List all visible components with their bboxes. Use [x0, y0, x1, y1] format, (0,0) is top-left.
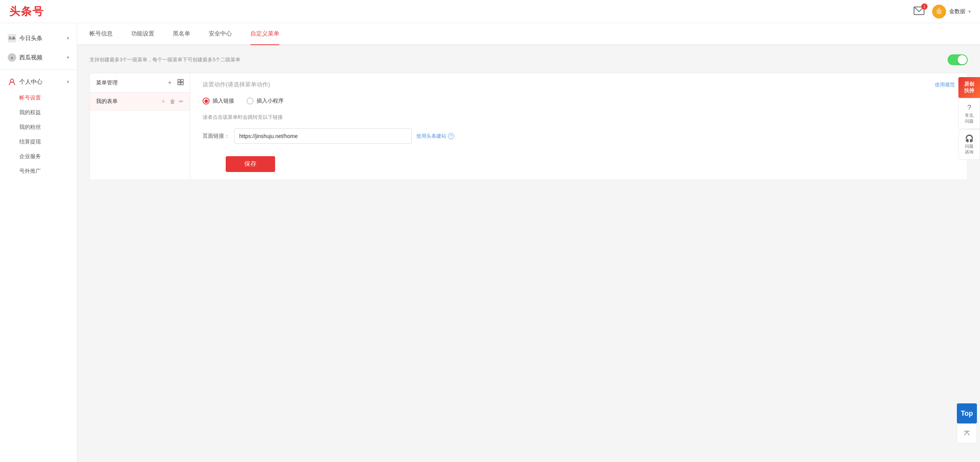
main-content: 帐号信息 功能设置 黑名单 安全中心 自定义菜单 支持创建最多3个一级菜单，每个…: [77, 23, 980, 462]
original-badge[interactable]: 原创 扶持: [958, 77, 980, 98]
chevron-up-icon: [963, 430, 971, 437]
tab-function-settings[interactable]: 功能设置: [131, 23, 154, 45]
url-row: 页面链接： 使用头条建站 ?: [203, 128, 955, 144]
sidebar-item-promote[interactable]: 号外推广: [0, 164, 77, 179]
menu-item-actions: ＋ 🗑 ✏: [161, 98, 184, 105]
content-area: 支持创建最多3个一级菜单，每个一级菜单下可创建最多5个二级菜单 菜单管理 ＋: [77, 45, 980, 189]
svg-point-1: [10, 79, 14, 82]
sidebar-divider: [0, 69, 77, 70]
menu-toggle[interactable]: [948, 54, 968, 65]
faq-icon: ?: [960, 103, 978, 113]
sidebar-item-enterprise[interactable]: 企业服务: [0, 149, 77, 164]
chevron-toutiao-icon: ▾: [67, 35, 69, 41]
sidebar-item-rights[interactable]: 我的权益: [0, 105, 77, 120]
sidebar-item-toutiao[interactable]: 头条 今日头条 ▾: [0, 29, 77, 47]
use-spec-link[interactable]: 使用规范: [935, 81, 955, 88]
top-button[interactable]: Top: [957, 403, 977, 423]
float-panel: 原创 扶持 ? 常见 问题 🎧 问题 咨询: [958, 77, 980, 160]
menu-left-panel: 菜单管理 ＋: [90, 73, 190, 180]
sidebar-item-xigua[interactable]: ● 西瓜视频 ▾: [0, 49, 77, 66]
header: 头条号 1 金 金数据 ▾: [0, 0, 980, 23]
sidebar-group-xigua: ● 西瓜视频 ▾: [0, 49, 77, 66]
chevron-personal-icon: ▾: [67, 79, 69, 84]
radio-circle-miniapp: [247, 98, 253, 105]
chevron-xigua-icon: ▾: [67, 55, 69, 60]
radio-group: 插入链接 插入小程序: [203, 98, 955, 105]
add-menu-icon[interactable]: ＋: [167, 79, 173, 87]
reader-click-desc: 读者点击该菜单时会跳转至以下链接: [203, 114, 955, 121]
url-label: 页面链接：: [203, 133, 230, 140]
radio-link-label: 插入链接: [213, 98, 234, 105]
menu-management-title: 菜单管理: [96, 79, 118, 86]
info-bar: 支持创建最多3个一级菜单，每个一级菜单下可创建最多5个二级菜单: [90, 54, 968, 65]
radio-insert-link[interactable]: 插入链接: [203, 98, 234, 105]
consult-button[interactable]: 🎧 问题 咨询: [958, 130, 980, 160]
tab-custom-menu[interactable]: 自定义菜单: [250, 23, 279, 45]
faq-button[interactable]: ? 常见 问题: [958, 99, 980, 129]
menu-left-header: 菜单管理 ＋: [90, 73, 190, 93]
sidebar-item-withdraw[interactable]: 结算提现: [0, 135, 77, 149]
sidebar-group-toutiao: 头条 今日头条 ▾: [0, 29, 77, 47]
menu-panel: 菜单管理 ＋: [90, 73, 968, 180]
consult-icon: 🎧: [960, 134, 978, 143]
logo: 头条号: [9, 4, 44, 19]
radio-circle-link: [203, 98, 210, 105]
edit-sub-icon[interactable]: ✏: [179, 98, 184, 105]
sidebar-item-personal[interactable]: 个人中心 ▾: [0, 73, 77, 91]
sidebar-personal-label: 个人中心: [19, 78, 42, 86]
grid-menu-icon[interactable]: [177, 79, 184, 87]
sidebar-xigua-label: 西瓜视频: [19, 54, 42, 61]
scroll-top-button[interactable]: [957, 423, 977, 443]
header-right: 1 金 金数据 ▾: [914, 5, 971, 19]
info-text: 支持创建最多3个一级菜单，每个一级菜单下可创建最多5个二级菜单: [90, 56, 240, 63]
use-toutiao-site-link[interactable]: 使用头条建站 ?: [416, 133, 454, 140]
svg-rect-4: [178, 83, 180, 85]
radio-miniapp-label: 插入小程序: [257, 98, 284, 105]
menu-item-my-form[interactable]: 我的表单 ＋ 🗑 ✏: [90, 93, 190, 111]
toggle-track: [948, 54, 968, 65]
chevron-down-icon: ▾: [968, 9, 971, 14]
mail-badge: 1: [921, 3, 928, 10]
avatar: 金: [932, 5, 946, 19]
sidebar-group-personal: 个人中心 ▾ 帐号设置 我的权益 我的粉丝 结算提现 企业服务 号外推广: [0, 73, 77, 179]
layout: 头条 今日头条 ▾ ● 西瓜视频 ▾: [0, 23, 980, 462]
user-menu[interactable]: 金 金数据 ▾: [932, 5, 971, 19]
radio-insert-miniapp[interactable]: 插入小程序: [247, 98, 284, 105]
tabs-nav: 帐号信息 功能设置 黑名单 安全中心 自定义菜单: [77, 23, 980, 45]
toggle-thumb: [958, 55, 967, 64]
delete-sub-icon[interactable]: 🗑: [170, 98, 175, 105]
sidebar-toutiao-label: 今日头条: [19, 35, 42, 42]
menu-left-actions: ＋: [167, 79, 184, 87]
add-sub-icon[interactable]: ＋: [161, 98, 166, 105]
sidebar-item-account-settings[interactable]: 帐号设置: [0, 91, 77, 105]
toutiao-icon: 头条: [8, 34, 16, 42]
sidebar-item-fans[interactable]: 我的粉丝: [0, 120, 77, 135]
svg-rect-2: [178, 79, 180, 82]
user-icon: [8, 78, 16, 86]
save-button[interactable]: 保存: [226, 156, 275, 172]
menu-item-my-form-label: 我的表单: [96, 98, 118, 105]
set-action-title: 设置动作(请选择菜单动作): [203, 81, 270, 88]
right-header: 设置动作(请选择菜单动作) 使用规范: [203, 81, 955, 88]
tab-security[interactable]: 安全中心: [209, 23, 232, 45]
xigua-icon: ●: [8, 53, 16, 62]
tab-account-info[interactable]: 帐号信息: [90, 23, 113, 45]
svg-rect-3: [181, 79, 183, 82]
mail-button[interactable]: 1: [914, 7, 924, 16]
sidebar: 头条 今日头条 ▾ ● 西瓜视频 ▾: [0, 23, 77, 462]
svg-rect-5: [181, 83, 183, 85]
menu-right-panel: 设置动作(请选择菜单动作) 使用规范 插入链接 插入小程序: [190, 73, 967, 180]
help-icon: ?: [448, 133, 454, 139]
tab-blacklist[interactable]: 黑名单: [173, 23, 190, 45]
url-input[interactable]: [234, 128, 412, 144]
user-name: 金数据: [949, 8, 965, 15]
